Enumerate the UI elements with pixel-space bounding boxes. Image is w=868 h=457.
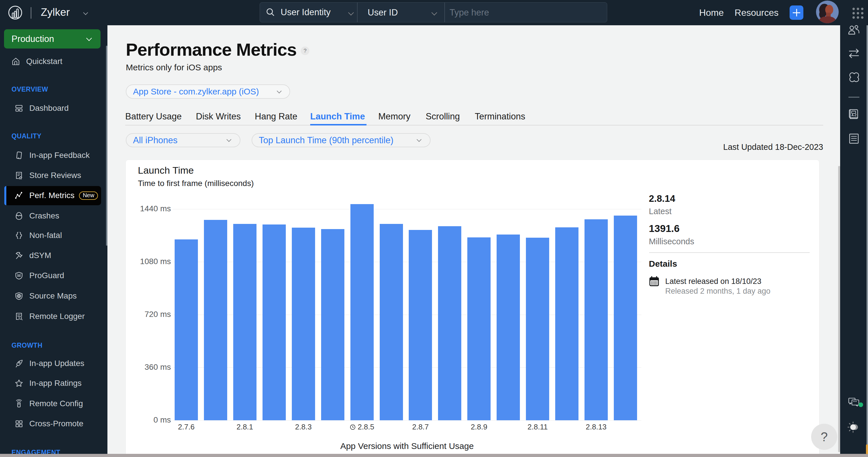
svg-text:A-Z: A-Z	[851, 113, 857, 117]
